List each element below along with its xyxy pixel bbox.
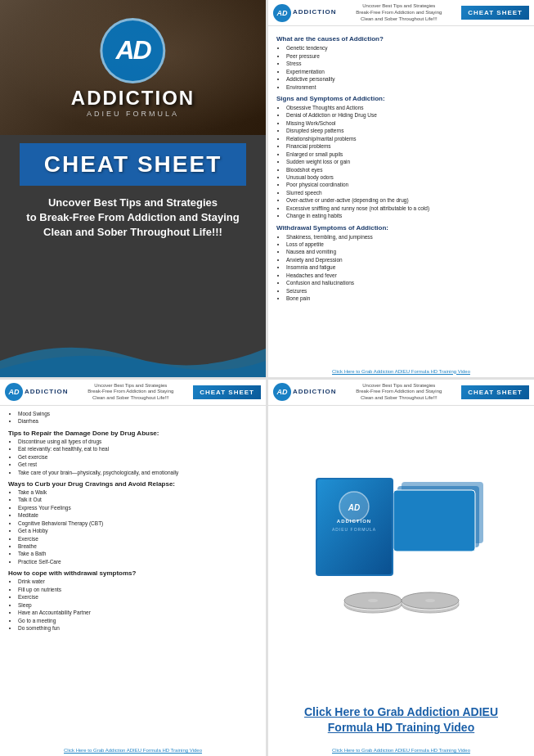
logo-circle: AD [100,18,165,83]
panel4-click-link[interactable]: Click Here to Grab Addiction ADIEU Formu… [329,745,473,756]
list-item: Change in eating habits [286,213,526,219]
panel4-cta-text[interactable]: Click Here to Grab Addiction ADIEU Formu… [268,698,534,745]
list-item: Over-active or under-active (depending o… [286,197,526,204]
panel2-header-sub: Uncover Best Tips and StrategiesBreak-Fr… [341,3,456,22]
list-item: Have an Accountability Partner [18,610,258,616]
logo-main-text: ADDICTION [71,87,195,110]
list-item: Shakiness, trembling, and jumpiness [286,234,526,241]
list-item: Confusion and hallucinations [286,280,526,286]
list-item: Slurred speech [286,190,526,196]
panel3-section1-title: Tips to Repair the Damage Done by Drug A… [8,430,258,437]
panel2-content: What are the causes of Addiction? Geneti… [268,26,534,365]
panel3-logo-circle: AD [5,383,23,401]
panel3-intro-list: Mood Swings Diarrhea [8,411,258,425]
list-item: Meditate [18,512,258,519]
list-item: Get rest [18,461,258,468]
list-item: Experimentation [286,69,526,75]
logo-sub-text: ADIEU FORMULA [71,110,195,118]
list-item: Diarrhea [18,418,258,425]
list-item: Take care of your brain—physically, psyc… [18,470,258,476]
list-item: Relationship/marital problems [286,136,526,142]
list-item: Eat relevantly: eat healthily, eat to he… [18,446,258,452]
list-item: Exercise [18,536,258,542]
panel3-logo: AD ADDICTION [5,383,68,401]
list-item: Go to a meeting [18,618,258,624]
panel3-section3-title: How to cope with withdrawal symptoms? [8,569,258,577]
list-item: Denial of Addiction or Hiding Drug Use [286,112,526,119]
panel2-header: AD ADDICTION Uncover Best Tips and Strat… [268,0,534,26]
panel3-header-sub: Uncover Best Tips and StrategiesBreak-Fr… [73,383,188,402]
svg-rect-2 [393,490,475,551]
list-item: Insomnia and fatigue [286,264,526,271]
list-item: Headaches and fever [286,272,526,279]
product-showcase: AD ADDICTION ADIEU FORMULA [303,406,500,698]
panel2-section1-list: Genetic tendency Peer pressure Stress Ex… [276,45,526,91]
wave-decoration [0,328,266,377]
list-item: Express Your Feelings [18,505,258,511]
panel3-click-link[interactable]: Click Here to Grab Addiction ADIEU Formu… [0,745,266,756]
list-item: Addictive personality [286,76,526,83]
svg-text:ADDICTION: ADDICTION [336,519,370,524]
list-item: Bone pain [286,295,526,302]
logo-letter: AD [115,35,150,65]
panel3-logo-letter: AD [9,388,20,396]
cheat-sheet-box: CHEAT SHEET [20,143,247,186]
panel2-logo: AD ADDICTION [273,4,336,22]
panel3-content: Mood Swings Diarrhea Tips to Repair the … [0,406,266,745]
hero-image: AD ADDICTION ADIEU FORMULA [0,0,266,135]
list-item: Stress [286,61,526,67]
list-item: Exercise [18,594,258,601]
panel4-header: AD ADDICTION Uncover Best Tips and Strat… [268,380,534,406]
panel-bottom-right: AD ADDICTION Uncover Best Tips and Strat… [268,380,534,757]
panel4-logo: AD ADDICTION [273,383,336,401]
panel3-section1-list: Discontinue using all types of drugs Eat… [8,439,258,476]
panel-top-left: AD ADDICTION ADIEU FORMULA CHEAT SHEET U… [0,0,266,377]
list-item: Take a Bath [18,551,258,557]
panel2-section3-list: Shakiness, trembling, and jumpiness Loss… [276,234,526,303]
list-item: Missing Work/School [286,120,526,127]
list-item: Practice Self-Care [18,559,258,565]
list-item: Fill up on nutrients [18,587,258,593]
list-item: Poor physical coordination [286,182,526,188]
panel2-section2-list: Obsessive Thoughts and Actions Denial of… [276,105,526,220]
list-item: Anxiety and Depression [286,257,526,263]
panel3-section3-list: Drink water Fill up on nutrients Exercis… [8,578,258,632]
panel4-logo-text: ADDICTION [293,389,336,396]
panel-bottom-left: AD ADDICTION Uncover Best Tips and Strat… [0,380,266,757]
list-item: Sleep [18,602,258,609]
list-item: Unusual body odors [286,174,526,181]
list-item: Cognitive Behavioral Therapy (CBT) [18,520,258,527]
list-item: Talk it Out [18,497,258,503]
list-item: Peer pressure [286,53,526,60]
panel2-click-link[interactable]: Click Here to Grab Addiction ADIEU Formu… [268,366,534,377]
list-item: Loss of appetite [286,241,526,248]
list-item: Enlarged or small pupils [286,151,526,158]
list-item: Excessive sniffling and runny nose (not … [286,205,526,212]
panel-top-right: AD ADDICTION Uncover Best Tips and Strat… [268,0,534,377]
list-item: Get exercise [18,454,258,461]
list-item: Take a Walk [18,489,258,496]
list-item: Bloodshot eyes [286,167,526,173]
panel2-logo-text: ADDICTION [293,9,336,16]
panel2-section1-title: What are the causes of Addiction? [276,35,526,43]
panel3-logo-text: ADDICTION [25,389,68,396]
panel2-logo-letter: AD [277,9,288,17]
svg-text:AD: AD [347,503,359,512]
list-item: Obsessive Thoughts and Actions [286,105,526,111]
list-item: Financial problems [286,143,526,150]
list-item: Breathe [18,543,258,550]
subtitle-line2: to Break-Free From Addiction and Staying [26,210,239,225]
list-item: Get a Hobby [18,528,258,534]
panel4-header-sub: Uncover Best Tips and StrategiesBreak-Fr… [341,383,456,402]
list-item: Sudden weight loss or gain [286,159,526,165]
panel3-section2-title: Ways to Curb your Drug Cravings and Avoi… [8,480,258,488]
panel2-cheat-badge: CHEAT SHEET [461,6,529,20]
panel2-section2-title: Signs and Symptoms of Addiction: [276,95,526,102]
list-item: Drink water [18,578,258,585]
logo-badge: AD ADDICTION ADIEU FORMULA [71,18,195,118]
list-item: Genetic tendency [286,45,526,52]
panel4-logo-circle: AD [273,383,291,401]
subtitle-line3: Clean and Sober Throughout Life!!! [26,225,239,240]
cta-label[interactable]: Click Here to Grab Addiction ADIEU Formu… [304,705,498,735]
svg-point-12 [368,599,378,602]
